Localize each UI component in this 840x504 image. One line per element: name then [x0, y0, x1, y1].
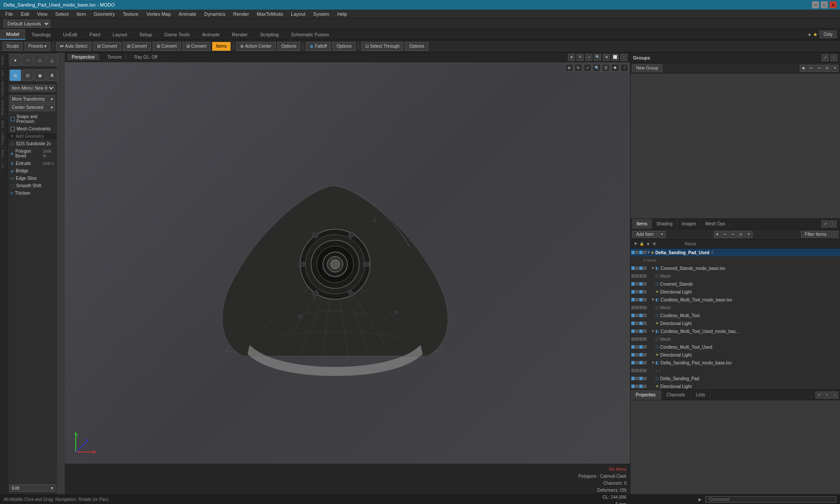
item-expand-2[interactable]: ▼ [651, 266, 655, 270]
items-tb-icon-3[interactable]: ↪ [730, 231, 737, 238]
item-expand-6[interactable]: ▼ [651, 298, 655, 302]
items-tab-shading[interactable]: Shading [652, 219, 677, 229]
menu-geometry[interactable]: Geometry [90, 10, 118, 18]
groups-expand-icon[interactable]: ⤢ [822, 54, 829, 61]
item-row-cordless-lxo[interactable]: ▼ ◧ Cordless_Multi_Tool_modo_base.lxo [630, 296, 840, 304]
mesh-constraints-btn[interactable]: Mesh Constraints [8, 125, 57, 133]
menu-animate[interactable]: Animate [175, 10, 200, 18]
item-row-cordless-tool[interactable]: ⬡ Cordless_Multi_Tool [630, 312, 840, 319]
options-button-2[interactable]: Options [332, 42, 355, 51]
tool-sds-subdivide[interactable]: ⬡ SDS Subdivide 2x [8, 140, 57, 147]
vp-icon-scale[interactable]: ⤢ [585, 54, 592, 61]
items-tb-icon-1[interactable]: ⊕ [714, 231, 721, 238]
menu-system[interactable]: System [310, 10, 333, 18]
add-tab-button[interactable]: + [808, 31, 811, 38]
item-row-delta-lxo[interactable]: ▼ ◧ Delta_Sanding_Pad_modo_base.lxo [630, 359, 840, 367]
item-row-dir-light-4[interactable]: ☀ Directional Light [630, 382, 840, 389]
vp-overlay-7[interactable]: ⋮ [620, 64, 628, 72]
items-filter-options[interactable]: ⋮ [831, 231, 838, 238]
items-button[interactable]: Items [212, 42, 231, 51]
menu-dynamics[interactable]: Dynamics [201, 10, 229, 18]
item-row-dir-light-2[interactable]: ☀ Directional Light [630, 319, 840, 327]
menu-render[interactable]: Render [230, 10, 252, 18]
strip-item[interactable]: Item [0, 67, 7, 78]
items-tab-mesh-ops[interactable]: Mesh Ops [701, 219, 730, 229]
vp-overlay-4[interactable]: 🔍 [593, 64, 601, 72]
item-row-dir-light-1[interactable]: ☀ Directional Light [630, 288, 840, 296]
vp-icon-move[interactable]: ⊕ [568, 54, 575, 61]
items-tb-icon-4[interactable]: ⊡ [738, 231, 745, 238]
item-row-cordless-mesh[interactable]: ⬡ Mesh [630, 304, 840, 312]
items-expand-icon[interactable]: ⤢ [822, 220, 829, 228]
snaps-precision-btn[interactable]: Snaps and Precision [8, 113, 57, 125]
icon-ring[interactable]: ◉ [34, 70, 46, 81]
tab-render[interactable]: Render [226, 29, 254, 40]
tab-animate[interactable]: Animate [196, 29, 226, 40]
icon-sphere[interactable]: ● [10, 54, 21, 66]
icon-table[interactable]: ⊟ [22, 70, 33, 81]
tab-model[interactable]: Model [0, 29, 25, 40]
menu-select[interactable]: Select [52, 10, 72, 18]
menu-maxtomodo[interactable]: MaxToModo [253, 10, 287, 18]
tool-bridge[interactable]: ⇌ Bridge [8, 167, 57, 175]
items-options-icon[interactable]: ⋮ [830, 220, 836, 228]
strip-edge[interactable]: Edge [0, 118, 7, 130]
props-tab-lists[interactable]: Lists [691, 390, 711, 400]
command-input[interactable] [705, 496, 836, 503]
tool-edge-slice[interactable]: ✂ Edge Slice [8, 175, 57, 182]
vp-tab-texture[interactable]: Texture [103, 54, 126, 60]
menu-item[interactable]: Item [73, 10, 89, 18]
vp-overlay-1[interactable]: ⊕ [565, 64, 573, 72]
menu-view[interactable]: View [34, 10, 51, 18]
select-through-button[interactable]: ⊡Select Through [361, 42, 404, 51]
convert-button-4[interactable]: ⊞Convert [182, 42, 210, 51]
strip-polygon[interactable]: Polygon [0, 130, 7, 147]
item-expand-10[interactable]: ▼ [651, 329, 655, 333]
item-row-covered-stands[interactable]: ⬡ Covered_Stands [630, 280, 840, 288]
icon-text[interactable]: A [46, 70, 58, 81]
center-selected-dropdown[interactable]: Center Selected ▾ [10, 104, 55, 111]
item-row-cordless-used-lxo[interactable]: ▼ ◧ Cordless_Multi_Tool_Used_modo_bas... [630, 327, 840, 335]
props-add-icon[interactable]: + [823, 392, 830, 399]
groups-icon-5[interactable]: ✕ [831, 65, 838, 72]
groups-icon-3[interactable]: ↪ [816, 65, 822, 72]
groups-icon-4[interactable]: ⊡ [823, 65, 830, 72]
groups-options-icon[interactable]: ⋮ [830, 54, 837, 61]
tab-uvedit[interactable]: UvEdit [57, 29, 83, 40]
props-tab-properties[interactable]: Properties [630, 390, 662, 400]
vp-overlay-6[interactable]: ✱ [611, 64, 619, 72]
viewport-canvas[interactable]: x y z ⊕ ↻ ⤢ 🔍 ☰ ✱ ⋮ [65, 62, 630, 464]
item-row-cordless-tool-used[interactable]: ⬡ Cordless_Multi_Tool_Used [630, 343, 840, 351]
groups-icon-1[interactable]: ◉ [800, 65, 807, 72]
strip-mesh-edit[interactable]: Mesh Edit [0, 98, 7, 117]
item-row-delta-pad[interactable]: ⬡ Delta_Sanding_Pad [630, 374, 840, 382]
tab-layout[interactable]: Layout [107, 29, 133, 40]
vp-overlay-5[interactable]: ☰ [602, 64, 610, 72]
strip-sculpt[interactable]: Sculpt [0, 53, 7, 67]
star-button[interactable]: ★ [813, 32, 818, 38]
menu-file[interactable]: File [2, 10, 17, 18]
vp-icon-rotate[interactable]: ↻ [577, 54, 584, 61]
tab-scripting[interactable]: Scripting [254, 29, 285, 40]
convert-button-3[interactable]: ⊞Convert [153, 42, 181, 51]
new-group-button[interactable]: New Group [632, 64, 662, 72]
menu-layout[interactable]: Layout [287, 10, 309, 18]
item-expand-14[interactable]: ▼ [651, 360, 655, 365]
options-button-3[interactable]: Options [405, 42, 428, 51]
tool-smooth-shift[interactable]: ⬚ Smooth Shift [8, 182, 57, 189]
add-geometry-header[interactable]: ▼ Add Geometry [8, 133, 57, 140]
vp-icon-extra[interactable]: ⋮ [620, 54, 627, 61]
tab-schematic-fusion[interactable]: Schematic Fusion [285, 29, 335, 40]
vp-icon-maximize[interactable]: ⬜ [612, 54, 619, 61]
action-center-button[interactable]: ⊕Action Center [236, 42, 276, 51]
tab-topology[interactable]: Topology [25, 29, 57, 40]
maximize-button[interactable]: □ [821, 1, 828, 8]
icon-diamond[interactable]: ◇ [34, 54, 46, 66]
layout-select[interactable]: Default Layouts [4, 20, 50, 28]
items-tb-icon-5[interactable]: ✕ [746, 231, 752, 238]
items-tb-icon-2[interactable]: ↩ [722, 231, 729, 238]
strip-duplicate[interactable]: Duplicate [0, 79, 7, 97]
options-button-1[interactable]: Options [277, 42, 300, 51]
item-row-covered-mesh[interactable]: ⬡ Mesh [630, 272, 840, 280]
item-row-delta-marker[interactable]: ↓ ↓ [630, 367, 840, 374]
